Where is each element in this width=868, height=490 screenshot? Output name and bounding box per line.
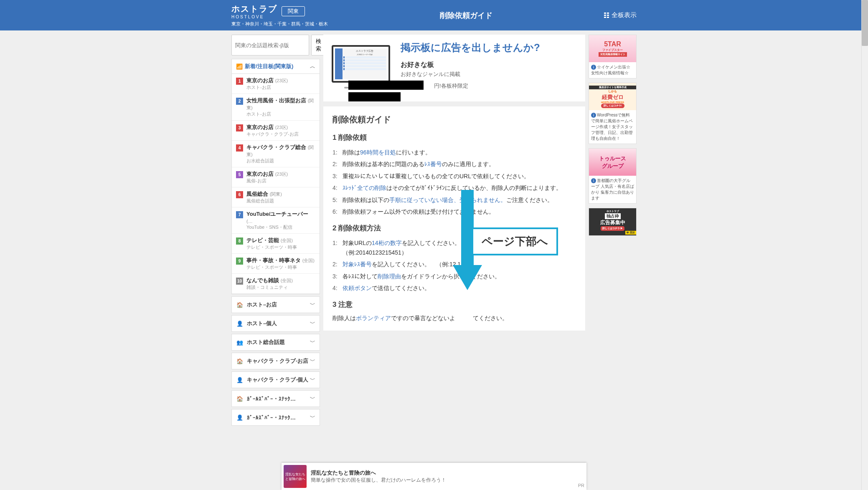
category-item[interactable]: 🏠 キャバクラ・クラブ-お店 ﹀ [232,353,320,369]
rank-number: 10 [236,278,243,285]
rank-title: テレビ・芸能 (全国) [246,237,297,244]
right-sidebar: 5TARファイブスター女性用風俗情報サイトi☆イケメン出張☆女性向け風俗情報☆風… [589,35,637,240]
chevron-up-icon: ︿ [310,63,315,70]
category-label: キャバクラ・クラブ-お店 [247,357,308,365]
rank-item[interactable]: 5 東京のお店 (23区) 風俗-お店 [232,167,320,187]
rank-title: 事件・事故・時事ネタ (全国) [246,257,315,264]
inline-link[interactable]: 対象ﾚｽ番号 [343,261,372,268]
category-label: ホスト–お店 [247,301,277,308]
category-icon: 👤 [236,377,244,383]
rank-item[interactable]: 4 キャバクラ・クラブ総合 (関東) お水総合話題 [232,141,320,167]
all-boards-label: 全板表示 [612,11,637,19]
rank-item[interactable]: 2 女性用風俗・出張型お店 (関東) ホスト-お店 [232,94,320,121]
scroll-hint-label: ページ下部へ [472,227,558,255]
rank-title: 東京のお店 (23区) [246,77,288,84]
logo-text: ホストラブ [231,3,277,15]
category-item[interactable]: 👤 キャバクラ・クラブ-個人 ﹀ [232,372,320,388]
rank-item[interactable]: 10 なんでも雑談 (全国) 雑談・コミュニティ [232,274,320,294]
ad-banner[interactable]: ホストラブ広告月200万ユーザー突破 掲示板に広告を出しませんか? お好きな板 … [323,35,585,101]
rank-item[interactable]: 1 東京のお店 (23区) ホスト-お店 [232,74,320,94]
rank-subtitle: テレビ・スポーツ・時事 [246,264,315,270]
rank-subtitle: YouTube・SNS・配信 [246,224,315,230]
category-icon: 👤 [236,321,244,327]
category-item[interactable]: 🏠 ｶﾞｰﾙｽﾞﾊﾞｰ・ｽﾅｯｸ… ﹀ [232,391,320,407]
search-input[interactable] [231,35,309,56]
sec3-text-post: ですので暴言などないよ てください。 [391,315,508,321]
category-icon: 🏠 [236,302,244,308]
rank-number: 7 [236,211,243,218]
category-label: キャバクラ・クラブ-個人 [247,376,308,384]
ad-caption: i首都圏の大手グループ 人気店・有名店ばかり 集客力に自信あります [589,176,636,203]
rank-subtitle: キャバクラ・クラブ-お店 [246,131,299,137]
rank-title: なんでも雑談 (全国) [246,277,293,284]
chevron-down-icon: ﹀ [310,338,315,346]
ranking-title: 新着/注目板(関東版) [245,63,293,70]
ad-sub-text: お好きなジャンルに掲載 [401,71,540,78]
grid-icon [604,13,609,18]
scrollbar[interactable] [861,0,868,432]
sidebar-ad[interactable]: ホストラブ独占枠広告募集中詳しくはコチラ ▶⛨ 固定 [589,208,637,236]
inline-link[interactable]: ｽﾚｯﾄﾞ全ての削除 [343,184,386,191]
category-item[interactable]: 👥 ホスト総合話題 ﹀ [232,334,320,350]
ad-image: ホストラブ独占枠広告募集中詳しくはコチラ ▶⛨ 固定 [589,208,636,235]
chevron-down-icon: ﹀ [310,395,315,402]
category-label: ホスト–個人 [247,320,277,327]
rank-title: 風俗総合 (関東) [246,190,282,198]
chevron-down-icon: ﹀ [310,301,315,308]
inline-link[interactable]: ﾚｽ番号 [424,161,442,167]
rank-item[interactable]: 3 東京のお店 (23区) キャバクラ・クラブ-お店 [232,121,320,141]
site-header: ホストラブ HOSTLOVE 関東 東京・神奈川・埼玉・千葉・群馬・茨城・栃木 … [0,0,868,30]
rank-number: 6 [236,191,243,198]
rank-number: 9 [236,258,243,265]
sec3-text: 削除人は [332,315,356,321]
logo-area[interactable]: ホストラブ HOSTLOVE 関東 東京・神奈川・埼玉・千葉・群馬・茨城・栃木 [231,3,328,27]
rank-number: 3 [236,124,243,131]
list-item: 削除依頼は基本的に問題のあるﾚｽ番号のみに適用します。 [332,158,576,170]
ad-price-suffix: 円!各板枠限定 [434,83,468,89]
redacted-area [348,81,424,90]
rank-number: 5 [236,171,243,178]
ranking-header[interactable]: 📶 新着/注目板(関東版) ︿ [232,59,320,74]
ad-image: トゥルースグループ [589,149,636,176]
sidebar-ad[interactable]: 風俗店サイトを簡単作成しかも経費ゼロHOSTLOVE PRESS詳しくはコチラ!… [589,83,637,144]
rank-number: 2 [236,98,243,105]
chevron-down-icon: ﹀ [310,414,315,421]
sidebar-ad[interactable]: 5TARファイブスター女性用風俗情報サイトi☆イケメン出張☆女性向け風俗情報☆ [589,35,637,78]
category-item[interactable]: 👤 ｶﾞｰﾙｽﾞﾊﾞｰ・ｽﾅｯｸ… ﹀ [232,409,320,425]
rank-item[interactable]: 8 テレビ・芸能 (全国) テレビ・スポーツ・時事 [232,234,320,254]
info-icon: i [591,113,596,118]
chevron-down-icon: ﹀ [310,320,315,327]
sidebar-ad[interactable]: トゥルースグループi首都圏の大手グループ 人気店・有名店ばかり 集客力に自信あり… [589,148,637,204]
rank-subtitle: 風俗-お店 [246,178,288,184]
main-content: ホストラブ広告月200万ユーザー突破 掲示板に広告を出しませんか? お好きな板 … [323,35,585,331]
category-item[interactable]: 👤 ホスト–個人 ﹀ [232,316,320,331]
rank-number: 1 [236,78,243,85]
ad-caption: iWordPressで無料で簡単に風俗ホームページ作成！女子スタッフ管理、日記、… [589,110,636,144]
inline-link[interactable]: 96時間を目処 [360,149,396,156]
info-icon: i [591,65,596,70]
category-item[interactable]: 🏠 ホスト–お店 ﹀ [232,297,320,313]
section-1-title: 1 削除依頼 [332,133,576,142]
rank-subtitle: ホスト-お店 [246,84,288,91]
rank-title: キャバクラ・クラブ総合 (関東) [246,144,315,158]
sidebar: 検索 📶 新着/注目板(関東版) ︿ 1 東京のお店 (23区) ホスト-お店2… [231,35,320,428]
all-boards-button[interactable]: 全板表示 [604,11,637,19]
category-label: ｶﾞｰﾙｽﾞﾊﾞｰ・ｽﾅｯｸ… [247,396,296,402]
inline-link[interactable]: 手順に従っていない場合、受付られません。 [389,197,506,203]
section-3-title: 3 注意 [332,300,576,309]
volunteer-link[interactable]: ボランティア [356,315,391,321]
rank-item[interactable]: 6 風俗総合 (関東) 風俗総合話題 [232,187,320,207]
scrollbar-thumb[interactable] [862,0,868,46]
inline-link[interactable]: 依頼ボタン [343,285,372,291]
inline-link[interactable]: 削除理由 [378,273,401,280]
inline-link[interactable]: 14桁の数字 [372,240,402,246]
rank-item[interactable]: 7 YouTube/ユーチューバー (… YouTube・SNS・配信 [232,207,320,234]
rank-subtitle: ホスト-お店 [246,111,315,117]
rank-title: 女性用風俗・出張型お店 (関東) [246,97,315,111]
chevron-down-icon: ﹀ [310,376,315,384]
rank-item[interactable]: 9 事件・事故・時事ネタ (全国) テレビ・スポーツ・時事 [232,254,320,274]
redacted-area [348,92,401,101]
ad-caption: i☆イケメン出張☆女性向け風俗情報☆ [589,62,636,78]
content-h1: 削除依頼ガイド [332,114,576,125]
region-button[interactable]: 関東 [282,6,305,16]
